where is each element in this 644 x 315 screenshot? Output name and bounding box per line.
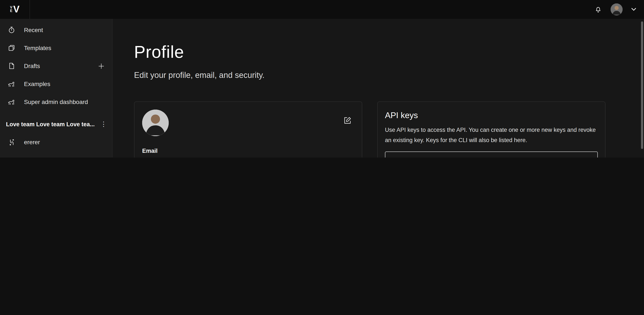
main-content: Profile Edit your profile, email, and se…	[112, 19, 644, 157]
avatar-silhouette	[610, 3, 622, 15]
sidebar-item-label: Examples	[24, 80, 104, 87]
logo-letter-big: V	[13, 5, 20, 14]
sidebar-item-label: ererer	[24, 139, 104, 146]
sidebar-item-workspace-hansen[interactable]: ♥ Hansen	[0, 151, 112, 157]
sidebar-item-super-admin-dashboard[interactable]: Super admin dashboard	[0, 93, 112, 111]
api-keys-title: API keys	[385, 110, 598, 120]
create-new-key-button[interactable]: Create new key	[385, 152, 598, 157]
api-keys-card: API keys Use API keys to access the API.…	[377, 101, 606, 157]
logo-letter-bottom: E	[10, 9, 12, 13]
account-menu-chevron-icon[interactable]	[631, 8, 636, 11]
sidebar: Recent Templates Drafts	[0, 19, 112, 157]
workspace-title: Love team Love team Love tea...	[6, 121, 98, 127]
vertical-scrollbar[interactable]	[641, 21, 643, 149]
dog-icon	[8, 98, 16, 106]
right-column: API keys Use API keys to access the API.…	[377, 101, 606, 157]
topbar-actions	[594, 3, 644, 15]
api-keys-description: Use API keys to access the API. You can …	[385, 125, 598, 146]
sidebar-item-recent[interactable]: Recent	[0, 21, 112, 39]
topbar: V E V	[0, 0, 644, 19]
dog-icon	[8, 80, 16, 88]
vev-logo[interactable]: V E V	[0, 0, 30, 19]
add-draft-icon[interactable]	[98, 63, 104, 69]
page-subtitle: Edit your profile, email, and security.	[134, 71, 644, 79]
sidebar-item-label: Super admin dashboard	[24, 98, 104, 105]
profile-card: Email fredjens@vev.design First name Fre…	[134, 101, 362, 157]
vev-logo-stack: V E	[10, 6, 12, 13]
page-title: Profile	[134, 43, 644, 60]
avatar-silhouette	[142, 110, 169, 136]
notifications-bell-icon[interactable]	[594, 5, 602, 13]
left-column: Email fredjens@vev.design First name Fre…	[134, 101, 362, 157]
field-email: Email fredjens@vev.design	[142, 148, 354, 157]
user-avatar[interactable]	[610, 3, 622, 15]
profile-avatar	[142, 110, 169, 136]
sidebar-item-templates[interactable]: Templates	[0, 39, 112, 57]
sidebar-item-examples[interactable]: Examples	[0, 75, 112, 93]
sidebar-item-label: Hansen	[24, 157, 104, 157]
workspace-glyph-icon	[8, 138, 16, 146]
sidebar-item-drafts[interactable]: Drafts	[0, 57, 112, 75]
edit-profile-icon[interactable]	[344, 116, 352, 125]
workspace-switcher[interactable]: Love team Love team Love tea... ⋮	[0, 115, 112, 133]
red-heart-icon: ♥	[8, 157, 16, 157]
document-icon	[8, 62, 16, 70]
templates-icon	[8, 44, 16, 52]
sidebar-item-label: Drafts	[24, 62, 90, 69]
sidebar-item-workspace-ererer[interactable]: ererer	[0, 133, 112, 151]
field-label: Email	[142, 148, 354, 154]
clock-icon	[8, 26, 16, 34]
vev-app: V E V	[0, 0, 644, 157]
sidebar-item-label: Templates	[24, 44, 104, 51]
workspace-menu-icon[interactable]: ⋮	[100, 120, 107, 128]
sidebar-item-label: Recent	[24, 26, 104, 33]
content-columns: Email fredjens@vev.design First name Fre…	[134, 101, 644, 157]
